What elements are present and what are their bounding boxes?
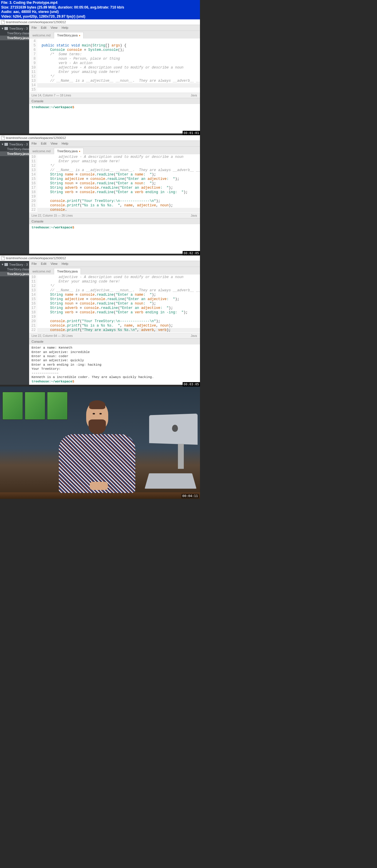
menu-view[interactable]: View [51, 142, 58, 146]
folder-icon [4, 27, 8, 30]
menu-help[interactable]: Help [62, 142, 68, 146]
project-folder[interactable]: ▼TreeStory - 3 [0, 26, 29, 31]
menu-file[interactable]: File [31, 26, 37, 30]
editor-tabs: welcome.md TreeStory.java• [29, 31, 200, 38]
menu-edit[interactable]: Edit [41, 142, 47, 146]
file-tree-item[interactable]: TreeStory.class [0, 147, 29, 151]
project-folder[interactable]: ▼TreeStory - 3 [0, 142, 29, 147]
page-icon [1, 136, 5, 140]
file-tree-item-active[interactable]: TreeStory.java [0, 151, 29, 156]
code-editor[interactable]: 456789101112131415 public static void ma… [29, 38, 200, 93]
menu-view[interactable]: View [51, 26, 58, 30]
console-header: Console× [29, 98, 200, 104]
file-tree-item-active[interactable]: TreeStory.java [0, 36, 29, 40]
menu-bar: File Edit View Help ▷◉ [29, 261, 200, 267]
project-folder[interactable]: ▼TreeStory - 3 [0, 262, 29, 267]
tab-treestory[interactable]: TreeStory.java [54, 268, 81, 275]
timestamp-overlay: 00:03:05 [183, 382, 200, 386]
file-tree-sidebar[interactable]: ▼TreeStory - 3 TreeStory.class TreeStory… [0, 25, 29, 133]
editor-status-bar: Line 22, Column 15 — 26 Lines JavaSpaces… [29, 213, 200, 218]
timestamp-overlay: 00:02:05 [183, 251, 200, 255]
tab-welcome[interactable]: welcome.md [29, 268, 54, 275]
url-bar[interactable]: teamtreehouse.com/workspaces/1293012 [0, 255, 200, 261]
editor-status-bar: Line 14, Column 7 — 18 Lines JavaSpaces:… [29, 93, 200, 98]
menu-bar: File Edit View Help ▷◉ [29, 141, 200, 147]
page-icon [1, 256, 5, 260]
menu-help[interactable]: Help [62, 262, 68, 266]
file-tree-item-active[interactable]: TreeStory.java [0, 272, 29, 276]
menu-file[interactable]: File [31, 142, 37, 146]
dirty-indicator-icon: • [79, 33, 80, 38]
line-gutter: 10111213141516171819202122 [29, 154, 37, 213]
menu-help[interactable]: Help [62, 26, 68, 30]
console-panel[interactable]: Enter a name: KennethEnter an adjective:… [29, 344, 200, 385]
page-icon [1, 20, 5, 24]
menu-view[interactable]: View [51, 262, 58, 266]
apple-logo-icon [172, 425, 178, 432]
code-content[interactable]: public static void main(String[] args) {… [37, 38, 200, 93]
code-content[interactable]: adjective - A description used to modify… [37, 154, 200, 213]
tab-treestory[interactable]: TreeStory.java• [54, 32, 84, 38]
menu-edit[interactable]: Edit [41, 262, 47, 266]
laptop-stand [145, 473, 197, 489]
video-frame: 00:04:11 [0, 386, 200, 499]
menu-edit[interactable]: Edit [41, 26, 47, 30]
editor-status-bar: Line 22, Column 64 — 26 Lines JavaSpaces… [29, 333, 200, 338]
ide-frame-2: teamtreehouse.com/workspaces/1293012 ▼Tr… [0, 135, 200, 254]
file-tree-sidebar[interactable]: ▼TreeStory - 3 TreeStory.class TreeStory… [0, 141, 29, 254]
code-content[interactable]: adjective - A description used to modify… [37, 275, 200, 333]
ide-frame-1: teamtreehouse.com/workspaces/1293012 ▼Tr… [0, 20, 200, 133]
console-header: Console× [29, 218, 200, 224]
file-info-header: File: 3. Coding the Prototype.mp4 Size: … [0, 0, 200, 20]
folder-arrow-icon: ▼ [1, 27, 4, 30]
code-editor[interactable]: 10111213141516171819202122 adjective - A… [29, 275, 200, 333]
file-tree-item[interactable]: TreeStory.class [0, 31, 29, 36]
url-bar[interactable]: teamtreehouse.com/workspaces/1293012 [0, 135, 200, 141]
tab-treestory[interactable]: TreeStory.java• [54, 148, 84, 154]
file-tree-sidebar[interactable]: ▼TreeStory - 3 TreeStory.class TreeStory… [0, 261, 29, 385]
timestamp-overlay: 00:01:01 [183, 131, 200, 135]
line-gutter: 10111213141516171819202122 [29, 275, 37, 333]
ide-frame-3: teamtreehouse.com/workspaces/1293012 ▼Tr… [0, 255, 200, 385]
url-bar[interactable]: teamtreehouse.com/workspaces/1293012 [0, 20, 200, 25]
desk-surface [0, 492, 200, 499]
code-editor[interactable]: 10111213141516171819202122 adjective - A… [29, 154, 200, 213]
menu-bar: File Edit View Help ▷◉ [29, 25, 200, 31]
line-gutter: 456789101112131415 [29, 38, 37, 93]
menu-file[interactable]: File [31, 262, 37, 266]
file-tree-item[interactable]: TreeStory.class [0, 267, 29, 272]
console-panel[interactable]: treehouse:~/workspace$ [29, 224, 200, 254]
console-panel[interactable]: treehouse:~/workspace$ [29, 104, 200, 133]
url-text: teamtreehouse.com/workspaces/1293012 [6, 20, 66, 24]
console-header: Console× [29, 338, 200, 344]
tab-welcome[interactable]: welcome.md [29, 148, 54, 154]
tab-welcome[interactable]: welcome.md [29, 32, 54, 38]
presenter [56, 402, 138, 493]
timestamp-overlay: 00:04:11 [181, 494, 199, 498]
